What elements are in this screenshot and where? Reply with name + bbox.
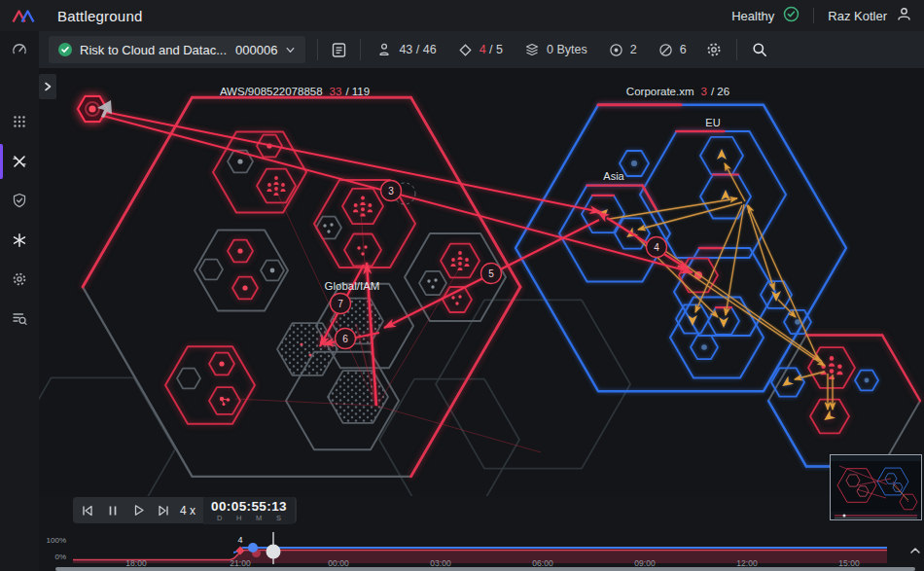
timeline-scrollbar[interactable] bbox=[55, 567, 915, 571]
pause-button[interactable] bbox=[100, 497, 125, 523]
hex-node[interactable] bbox=[515, 105, 846, 391]
active-nav-indicator bbox=[0, 144, 3, 179]
divider bbox=[360, 39, 361, 60]
attack-edge-lateral bbox=[678, 266, 825, 366]
attack-edge bbox=[100, 111, 601, 212]
hex-node[interactable] bbox=[342, 189, 383, 224]
svg-text:5: 5 bbox=[488, 268, 494, 279]
svg-text:3: 3 bbox=[388, 186, 394, 196]
attack-step-badge[interactable]: 3 bbox=[381, 181, 416, 205]
hex-node[interactable] bbox=[379, 379, 519, 496]
skip-to-start-button[interactable] bbox=[75, 497, 100, 523]
divider bbox=[736, 39, 737, 60]
xm-cyber-logo-icon[interactable] bbox=[11, 8, 36, 24]
hex-node[interactable] bbox=[199, 260, 223, 280]
hex-node[interactable] bbox=[419, 271, 446, 295]
stat-compromised-assets[interactable]: 43 / 46 bbox=[376, 42, 436, 57]
timeline-tick: 21:00 bbox=[230, 558, 251, 568]
playback-timestamp: 00:05:55:13 DHMS bbox=[203, 497, 295, 524]
nav-dashboard-gauge-icon[interactable] bbox=[11, 41, 28, 58]
stat-critical-assets[interactable]: 4 / 5 bbox=[458, 43, 503, 57]
region-label: Global/IAM bbox=[325, 280, 380, 292]
timeline-y-max: 100% bbox=[39, 536, 66, 545]
health-status-label: Healthy bbox=[731, 9, 774, 23]
nav-shield-check-icon[interactable] bbox=[11, 192, 28, 209]
layers-icon bbox=[524, 42, 540, 57]
hex-node[interactable] bbox=[328, 371, 388, 423]
report-button[interactable] bbox=[330, 41, 348, 59]
scenario-name: Risk to Cloud and Datac... bbox=[80, 43, 227, 57]
playback-controls: 4 x 00:05:55:13 DHMS bbox=[73, 497, 297, 523]
scenario-id: 000006 bbox=[235, 43, 277, 57]
skip-to-end-button[interactable] bbox=[151, 497, 176, 523]
hex-node[interactable] bbox=[768, 336, 920, 467]
settings-button[interactable] bbox=[705, 41, 723, 58]
attack-edge-lateral bbox=[747, 205, 774, 290]
user-avatar-icon[interactable] bbox=[896, 6, 912, 26]
left-nav-rail bbox=[0, 31, 39, 571]
diamond-icon bbox=[458, 43, 473, 57]
health-check-icon bbox=[783, 6, 800, 26]
attack-step-badge[interactable]: 5 bbox=[481, 264, 502, 284]
sidebar-expand-button[interactable] bbox=[39, 74, 56, 99]
scenario-toolbar: Risk to Cloud and Datac... 000006 43 bbox=[39, 31, 924, 68]
hex-node[interactable] bbox=[441, 244, 480, 278]
hex-node[interactable] bbox=[39, 377, 175, 496]
divider bbox=[317, 39, 318, 60]
timeline-tick: 06:00 bbox=[532, 558, 553, 568]
region-label: EU bbox=[705, 117, 720, 128]
stat-breach-points[interactable]: 2 bbox=[609, 43, 637, 57]
region-label: Corporate.xm3/ 26 bbox=[626, 86, 729, 97]
timeline-tick: 18:00 bbox=[125, 558, 147, 568]
attack-step-badge[interactable]: 6 bbox=[336, 329, 356, 349]
stat-blocked[interactable]: 6 bbox=[658, 43, 687, 57]
stat-data-exfiltrated[interactable]: 0 Bytes bbox=[524, 42, 587, 57]
timeline-event-label: 4 bbox=[237, 535, 242, 545]
nav-apps-grid-icon[interactable] bbox=[11, 113, 28, 130]
attack-step-badge[interactable]: 7 bbox=[331, 294, 351, 314]
nav-battleground-icon[interactable] bbox=[11, 153, 28, 170]
svg-text:6: 6 bbox=[342, 334, 348, 344]
search-button[interactable] bbox=[751, 41, 768, 58]
timeline-tick: 03:00 bbox=[430, 558, 451, 568]
hex-node[interactable] bbox=[165, 346, 255, 424]
attack-step-badge[interactable]: 4 bbox=[647, 237, 667, 258]
timeline-tick: 12:00 bbox=[736, 558, 758, 568]
nav-audit-search-icon[interactable] bbox=[11, 309, 28, 327]
timeline-tick: 09:00 bbox=[634, 558, 656, 568]
playback-speed[interactable]: 4 x bbox=[176, 504, 203, 517]
timeline-tick: 00:00 bbox=[328, 558, 349, 568]
person-icon bbox=[376, 42, 392, 57]
minimap[interactable] bbox=[830, 454, 922, 520]
play-button[interactable] bbox=[125, 497, 151, 523]
target-icon bbox=[609, 43, 623, 57]
scenario-status-icon bbox=[57, 42, 73, 57]
battleground-app: Battleground Healthy Raz Kotler bbox=[0, 0, 924, 571]
region-label: Asia bbox=[603, 170, 624, 182]
divider bbox=[813, 8, 814, 23]
collapse-timeline-chevron-icon[interactable] bbox=[908, 543, 922, 560]
svg-text:7: 7 bbox=[338, 299, 343, 309]
playhead-handle[interactable] bbox=[267, 545, 281, 559]
top-bar: Battleground Healthy Raz Kotler bbox=[0, 0, 924, 31]
page-title: Battleground bbox=[57, 8, 142, 24]
timeline-chart[interactable]: 418:0021:0000:0003:0006:0009:0012:0015:0… bbox=[39, 530, 924, 569]
nav-settings-gear-icon[interactable] bbox=[11, 270, 28, 288]
hex-node[interactable] bbox=[209, 387, 240, 414]
timeline-tick: 15:00 bbox=[838, 558, 860, 568]
battleground-canvas[interactable]: 34567AWS/90852207885833/ 119Corporate.xm… bbox=[39, 68, 924, 496]
timeline-event-dot-blue[interactable] bbox=[248, 543, 258, 553]
timeline-y-min: 0% bbox=[39, 553, 66, 561]
nav-asterisk-icon[interactable] bbox=[11, 232, 28, 249]
region-label: AWS/90852207885833/ 119 bbox=[220, 86, 370, 97]
hex-node[interactable] bbox=[177, 369, 200, 389]
svg-text:4: 4 bbox=[654, 242, 659, 253]
user-name: Raz Kotler bbox=[828, 9, 887, 23]
hex-node[interactable] bbox=[257, 169, 296, 203]
chevron-down-icon bbox=[284, 44, 297, 56]
slash-circle-icon bbox=[658, 43, 673, 57]
scenario-selector[interactable]: Risk to Cloud and Datac... 000006 bbox=[49, 36, 305, 63]
